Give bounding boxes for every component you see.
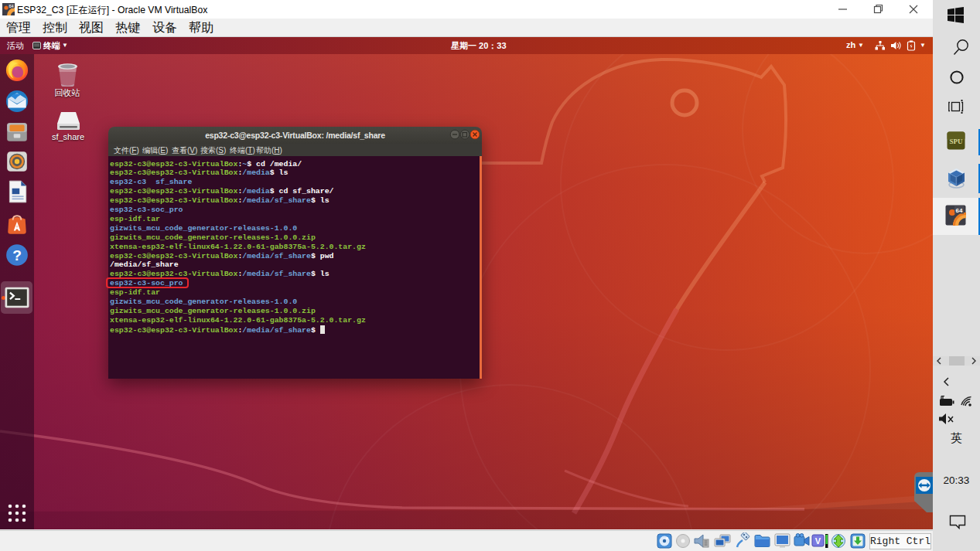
svg-text:?: ? (12, 247, 22, 264)
svg-text:64: 64 (956, 207, 963, 214)
svg-text:SPU: SPU (949, 138, 963, 145)
svg-text:64: 64 (9, 4, 13, 9)
svg-text:V: V (815, 536, 821, 546)
